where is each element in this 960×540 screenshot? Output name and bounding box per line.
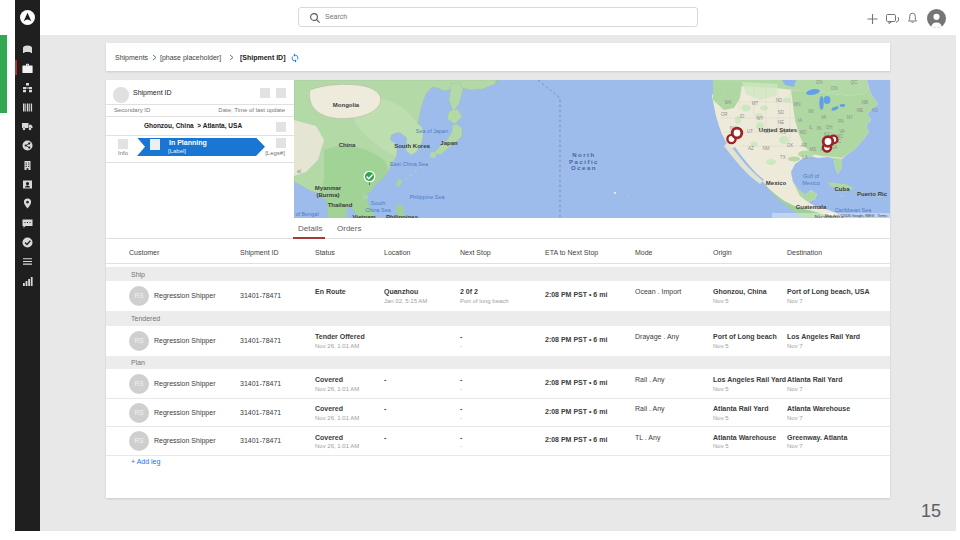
svg-text:MO: MO <box>799 130 807 135</box>
svg-text:ON: ON <box>831 86 838 91</box>
svg-text:MT: MT <box>752 101 759 106</box>
svg-text:Puerto Ric: Puerto Ric <box>857 191 888 197</box>
svg-text:PA: PA <box>838 119 844 124</box>
svg-text:OK: OK <box>787 143 794 148</box>
svg-text:OR: OR <box>721 112 729 117</box>
svg-text:China: China <box>339 142 356 148</box>
svg-text:Myanmar: Myanmar <box>315 185 342 191</box>
svg-text:UT: UT <box>747 129 753 134</box>
svg-text:OH: OH <box>826 125 833 130</box>
svg-text:AR: AR <box>801 143 808 148</box>
svg-text:MI: MI <box>822 115 827 120</box>
svg-text:NS: NS <box>872 108 878 113</box>
svg-text:North: North <box>572 152 596 158</box>
svg-text:TX: TX <box>780 155 786 160</box>
svg-text:MN: MN <box>794 102 801 107</box>
svg-text:Mexico: Mexico <box>802 180 819 186</box>
svg-text:ME: ME <box>857 108 864 113</box>
svg-text:Ocean: Ocean <box>571 165 597 171</box>
svg-text:MS: MS <box>810 147 817 152</box>
svg-text:East China Sea: East China Sea <box>390 161 429 167</box>
svg-text:ND: ND <box>776 98 783 103</box>
svg-text:(Burma): (Burma) <box>316 192 339 198</box>
svg-text:South Korea: South Korea <box>394 143 430 149</box>
svg-text:al: al <box>297 168 301 174</box>
svg-text:AZ: AZ <box>748 146 754 151</box>
svg-text:WA: WA <box>724 100 731 105</box>
svg-text:Mongolia: Mongolia <box>333 102 360 108</box>
svg-text:ON: ON <box>816 80 823 85</box>
svg-text:China Sea: China Sea <box>365 207 392 213</box>
svg-text:United States: United States <box>759 127 798 133</box>
svg-text:LA: LA <box>802 155 808 160</box>
svg-text:Japan: Japan <box>440 140 458 146</box>
svg-text:Sea of Japan: Sea of Japan <box>416 128 448 134</box>
svg-text:Cuba: Cuba <box>835 186 851 192</box>
svg-text:Thailand: Thailand <box>328 202 353 208</box>
svg-text:NB: NB <box>862 100 868 105</box>
svg-text:NM: NM <box>763 146 770 151</box>
svg-text:WY: WY <box>756 116 763 121</box>
svg-text:IL: IL <box>809 125 813 130</box>
svg-text:IA: IA <box>798 118 802 123</box>
svg-text:SD: SD <box>778 110 785 115</box>
svg-text:NY: NY <box>847 115 853 120</box>
svg-text:IN: IN <box>817 126 822 131</box>
svg-text:Caribbean Sea: Caribbean Sea <box>835 207 873 213</box>
svg-text:Philippine Sea: Philippine Sea <box>409 194 445 200</box>
svg-text:South: South <box>371 200 385 206</box>
svg-text:Gulf of: Gulf of <box>803 173 820 179</box>
svg-text:Pacific: Pacific <box>569 159 599 165</box>
svg-text:ID: ID <box>740 114 745 119</box>
svg-text:QC: QC <box>851 80 859 85</box>
svg-text:of Bengal: of Bengal <box>295 211 318 217</box>
svg-text:Guatemala: Guatemala <box>796 204 827 210</box>
svg-text:WI: WI <box>808 109 814 114</box>
svg-text:Mexico: Mexico <box>766 180 787 186</box>
svg-text:NE: NE <box>778 120 784 125</box>
svg-text:VA: VA <box>839 129 845 134</box>
